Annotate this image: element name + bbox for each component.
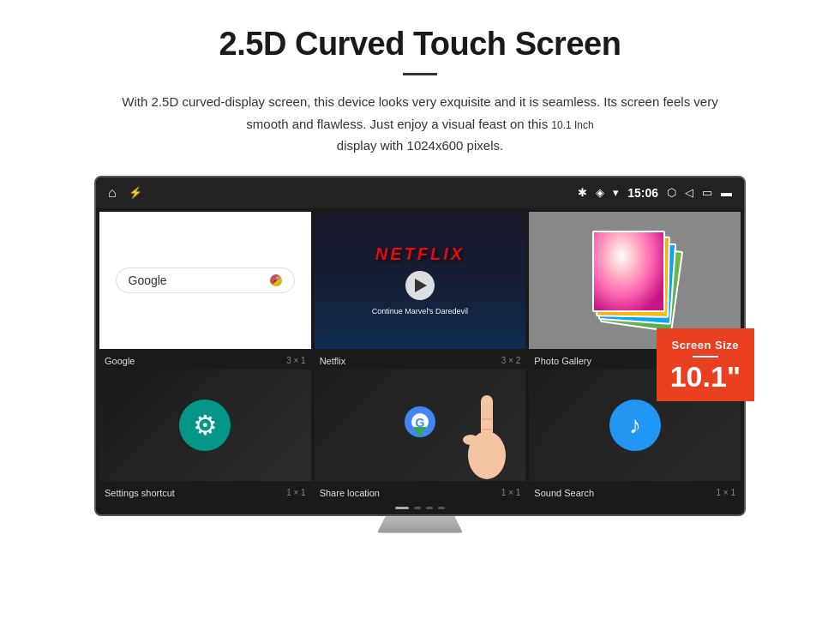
location-icon: ◈ [596, 186, 604, 199]
description: With 2.5D curved-display screen, this de… [103, 91, 737, 157]
netflix-label: Netflix 3 × 2 [315, 352, 526, 370]
device-wrapper: Screen Size 10.1" ⌂ ⚡ ✱ ◈ ▾ 15:06 ⬡ ◁ ▭ [94, 176, 746, 533]
pagination-dots [96, 502, 744, 514]
google-logo: Google [129, 273, 167, 287]
battery-icon: ▬ [721, 186, 732, 199]
status-bar: ⌂ ⚡ ✱ ◈ ▾ 15:06 ⬡ ◁ ▭ ▬ [96, 177, 744, 208]
photo-stack [592, 229, 678, 332]
dot-2 [414, 507, 421, 509]
share-location-cell[interactable]: G [315, 370, 526, 481]
badge-divider [693, 356, 718, 358]
badge-size: 10.1" [670, 362, 741, 391]
badge-label: Screen Size [670, 339, 741, 352]
page-title: 2.5D Curved Touch Screen [51, 26, 789, 63]
title-divider [403, 73, 437, 75]
wifi-icon: ▾ [613, 186, 619, 199]
svg-point-4 [468, 431, 506, 479]
app-grid-top: Google 🎤 NETFLIX Continue Marvel's Dared… [96, 208, 744, 352]
page-container: 2.5D Curved Touch Screen With 2.5D curve… [0, 0, 840, 550]
svg-point-6 [463, 435, 478, 445]
share-label-name: Share location [320, 488, 380, 498]
hand-pointer-overlay [457, 387, 517, 481]
svg-rect-5 [481, 395, 493, 447]
description-text: With 2.5D curved-display screen, this de… [122, 94, 717, 131]
sound-label-name: Sound Search [534, 488, 594, 498]
google-label-name: Google [105, 356, 135, 366]
home-icon: ⌂ [108, 185, 117, 201]
google-label-size: 3 × 1 [286, 356, 306, 365]
netflix-label-size: 3 × 2 [501, 356, 521, 365]
music-icon-container: ♪ [609, 400, 661, 451]
settings-label-size: 1 × 1 [286, 488, 306, 497]
gear-icon: ⚙ [193, 409, 218, 442]
screen-icon: ▭ [702, 186, 712, 199]
photo-gallery-label-name: Photo Gallery [534, 356, 591, 366]
share-label-size: 1 × 1 [501, 488, 521, 497]
screen-size-badge: Screen Size 10.1" [657, 328, 754, 401]
volume-icon: ◁ [685, 186, 693, 199]
netflix-subtitle: Continue Marvel's Daredevil [323, 307, 518, 316]
settings-app-cell[interactable]: ⚙ [99, 370, 311, 481]
settings-label: Settings shortcut 1 × 1 [99, 484, 311, 502]
dot-3 [426, 507, 433, 509]
netflix-logo: NETFLIX [323, 244, 518, 264]
description-end: display with 1024x600 pixels. [337, 138, 503, 153]
dot-4 [438, 507, 445, 509]
google-search-bar[interactable]: Google 🎤 [116, 267, 296, 293]
sound-label: Sound Search 1 × 1 [529, 484, 741, 502]
google-mic-icon: 🎤 [270, 274, 282, 286]
netflix-app-cell[interactable]: NETFLIX Continue Marvel's Daredevil [315, 212, 526, 349]
camera-icon: ⬡ [667, 186, 676, 199]
app-grid-bottom: ⚙ G [96, 370, 744, 484]
app-labels-row1: Google 3 × 1 Netflix 3 × 2 Photo Gallery… [96, 352, 744, 370]
status-time: 15:06 [627, 186, 658, 200]
status-left: ⌂ ⚡ [108, 185, 142, 201]
google-label: Google 3 × 1 [99, 352, 311, 370]
share-label: Share location 1 × 1 [315, 484, 526, 502]
bluetooth-icon: ✱ [578, 186, 587, 199]
device-stand [377, 516, 463, 533]
description-size: 10.1 Inch [551, 119, 593, 131]
settings-label-name: Settings shortcut [105, 488, 175, 498]
device-screen: ⌂ ⚡ ✱ ◈ ▾ 15:06 ⬡ ◁ ▭ ▬ [94, 176, 746, 516]
maps-icon: G [396, 401, 444, 449]
flower-photo [592, 231, 665, 312]
music-note-icon: ♪ [629, 412, 641, 439]
status-right: ✱ ◈ ▾ 15:06 ⬡ ◁ ▭ ▬ [578, 186, 732, 200]
gear-icon-container: ⚙ [179, 400, 231, 451]
play-icon [415, 279, 427, 292]
app-labels-row2: Settings shortcut 1 × 1 Share location 1… [96, 484, 744, 502]
netflix-label-name: Netflix [320, 356, 346, 366]
sound-label-size: 1 × 1 [716, 488, 735, 497]
dot-1 [395, 507, 409, 509]
netflix-play-button[interactable] [405, 271, 435, 300]
usb-icon: ⚡ [129, 186, 142, 199]
google-app-cell[interactable]: Google 🎤 [99, 212, 311, 349]
netflix-content: NETFLIX Continue Marvel's Daredevil [315, 236, 526, 324]
